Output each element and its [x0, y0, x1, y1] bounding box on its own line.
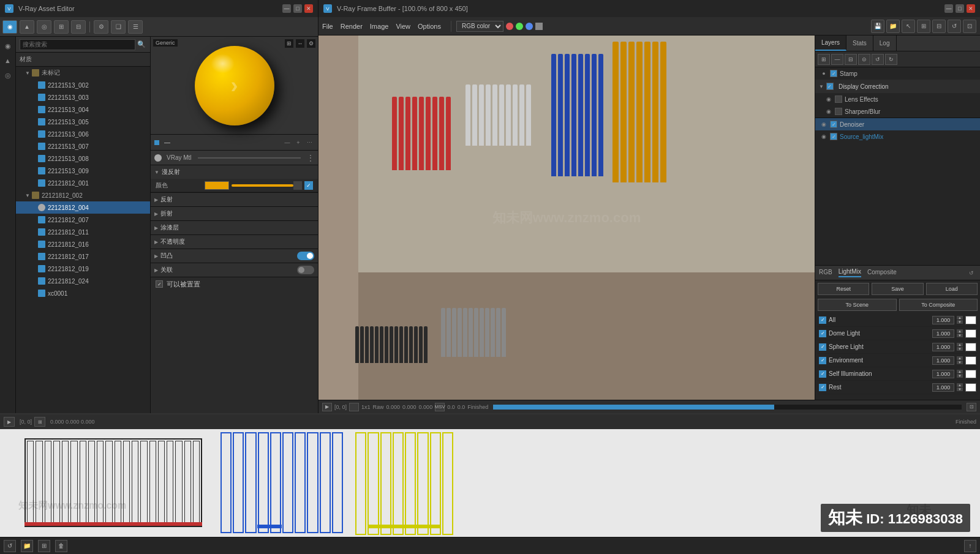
- ae-maximize-btn[interactable]: □: [293, 4, 302, 13]
- props-more-btn[interactable]: ⋯: [304, 138, 314, 148]
- tab-log[interactable]: Log: [873, 36, 897, 51]
- toolbar-more-btn[interactable]: ☰: [128, 20, 143, 34]
- preview-icon-2[interactable]: ↔: [296, 39, 304, 48]
- nav-open-btn[interactable]: 📁: [21, 540, 33, 552]
- sharpen-check[interactable]: [835, 108, 842, 115]
- rest-color[interactable]: [965, 383, 976, 392]
- env-step-up[interactable]: ▲: [957, 356, 963, 360]
- toolbar-environment-btn[interactable]: ⊟: [71, 20, 86, 34]
- to-composite-btn[interactable]: To Composite: [899, 299, 978, 311]
- sphere-check[interactable]: ✓: [819, 343, 826, 351]
- all-check[interactable]: ✓: [819, 316, 826, 324]
- rest-step-up[interactable]: ▲: [957, 383, 963, 387]
- rest-step-down[interactable]: ▼: [957, 387, 963, 391]
- diffuse-slider[interactable]: [232, 184, 293, 187]
- tree-item-12[interactable]: 22121812_016: [16, 238, 150, 250]
- env-step-down[interactable]: ▼: [957, 361, 963, 364]
- selfillum-val[interactable]: 1.000: [932, 370, 954, 378]
- toolbar-settings-btn[interactable]: ⚙: [94, 20, 108, 34]
- icon-sidebar-lgt[interactable]: ◎: [1, 69, 15, 82]
- denoiser-item[interactable]: ◉ ✓ Denoiser: [815, 118, 980, 130]
- color-mode-select[interactable]: RGB color: [456, 21, 503, 32]
- toolbar-material-btn[interactable]: ◉: [2, 20, 17, 34]
- bump-section-header[interactable]: ▶ 凹凸: [151, 249, 318, 263]
- dome-step-up[interactable]: ▲: [957, 329, 963, 333]
- tree-item-2[interactable]: 22121513_004: [16, 103, 150, 116]
- tree-item-3[interactable]: 22121513_005: [16, 116, 150, 128]
- lens-check[interactable]: [835, 95, 842, 103]
- all-val[interactable]: 1.000: [932, 316, 954, 324]
- layer-redo-btn[interactable]: ↻: [885, 54, 897, 65]
- dome-val[interactable]: 1.000: [932, 329, 954, 338]
- bt-play-btn[interactable]: ▶: [4, 417, 15, 427]
- icon-sidebar-geo[interactable]: ▲: [1, 54, 15, 67]
- sphere-color[interactable]: [965, 343, 976, 351]
- vfb-lut-btn[interactable]: ⊡: [963, 20, 976, 33]
- color-dot-red[interactable]: [506, 23, 513, 30]
- vfb-folder-btn[interactable]: 📁: [886, 20, 900, 33]
- env-color[interactable]: [965, 356, 976, 365]
- denoiser-check[interactable]: ✓: [830, 121, 837, 128]
- menu-image[interactable]: Image: [370, 23, 389, 30]
- layer-copy-btn[interactable]: ⊟: [845, 54, 857, 65]
- rest-check[interactable]: ✓: [819, 384, 826, 391]
- coat-section-header[interactable]: ▶ 涂漆层: [151, 221, 318, 234]
- sphere-step-up[interactable]: ▲: [957, 343, 963, 346]
- tl-scale-btn[interactable]: [349, 403, 359, 411]
- sharpen-blur-item[interactable]: ◉ Sharpen/Blur: [815, 105, 980, 118]
- assoc-toggle[interactable]: [297, 266, 314, 274]
- color-dot-blue[interactable]: [526, 23, 533, 30]
- diffuse-section-header[interactable]: ▼ 漫反射: [151, 165, 318, 179]
- layer-undo-btn[interactable]: ↺: [872, 54, 884, 65]
- rest-val[interactable]: 1.000: [932, 383, 954, 392]
- bump-toggle[interactable]: [297, 252, 314, 260]
- tree-item-group2[interactable]: ▼ 22121812_002: [16, 189, 150, 201]
- preview-icon-3[interactable]: ⚙: [307, 39, 315, 48]
- nav-undo-btn[interactable]: ↺: [4, 540, 16, 552]
- dome-check[interactable]: ✓: [819, 330, 826, 337]
- color-dot-white[interactable]: [535, 23, 543, 30]
- toolbar-light-btn[interactable]: ◎: [37, 20, 51, 34]
- tree-item-11[interactable]: 22121812_011: [16, 226, 150, 238]
- tree-item-14[interactable]: 22121812_019: [16, 263, 150, 275]
- prop-check-2[interactable]: ✓: [304, 181, 313, 190]
- tree-item-15[interactable]: 22121812_024: [16, 275, 150, 287]
- env-check[interactable]: ✓: [819, 357, 826, 364]
- ae-minimize-btn[interactable]: —: [282, 4, 291, 13]
- tree-item-10[interactable]: 22121812_007: [16, 214, 150, 226]
- save-btn[interactable]: Save: [872, 283, 923, 295]
- vfb-paste-btn[interactable]: ⊟: [932, 20, 946, 33]
- matte-checkbox[interactable]: ✓: [156, 280, 163, 288]
- env-val[interactable]: 1.000: [932, 356, 954, 365]
- composite-tab[interactable]: Composite: [867, 269, 897, 277]
- search-icon[interactable]: 🔍: [137, 40, 146, 50]
- tree-item-16[interactable]: xc0001: [16, 287, 150, 299]
- tree-item-8[interactable]: 22121812_001: [16, 177, 150, 189]
- tab-layers[interactable]: Layers: [815, 36, 846, 51]
- nav-save-btn[interactable]: ⊞: [38, 540, 50, 552]
- menu-options[interactable]: Options: [418, 23, 441, 30]
- bottom-3d-viewport[interactable]: 知未网www.znzmo.com 知未 知未 ID: 1126983038: [0, 429, 980, 537]
- selfillum-step-down[interactable]: ▼: [957, 374, 963, 378]
- dome-color[interactable]: [965, 329, 976, 338]
- layer-remove-btn[interactable]: —: [831, 54, 843, 65]
- tree-item-7[interactable]: 22121513_009: [16, 165, 150, 177]
- tree-item-4[interactable]: 22121513_006: [16, 128, 150, 140]
- vfb-maximize-btn[interactable]: □: [956, 4, 964, 13]
- reflection-section-header[interactable]: ▶ 反射: [151, 193, 318, 206]
- search-input[interactable]: [20, 39, 135, 50]
- tree-item-untagged[interactable]: ▼ 未标记: [16, 67, 150, 79]
- diffuse-color-swatch[interactable]: [205, 181, 229, 190]
- vfb-close-btn[interactable]: ✕: [967, 4, 975, 13]
- vfb-copy-btn[interactable]: ⊞: [917, 20, 930, 33]
- tree-item-5[interactable]: 22121513_007: [16, 140, 150, 152]
- stamp-check[interactable]: ✓: [830, 70, 837, 77]
- selfillum-color[interactable]: [965, 370, 976, 378]
- opacity-section-header[interactable]: ▶ 不透明度: [151, 235, 318, 249]
- menu-render[interactable]: Render: [341, 23, 363, 30]
- tree-item-0[interactable]: 22121513_002: [16, 79, 150, 91]
- dome-step-down[interactable]: ▼: [957, 334, 963, 337]
- all-color[interactable]: [965, 316, 976, 324]
- toolbar-texture-btn[interactable]: ⊞: [54, 20, 69, 34]
- toolbar-render-btn[interactable]: ❑: [111, 20, 126, 34]
